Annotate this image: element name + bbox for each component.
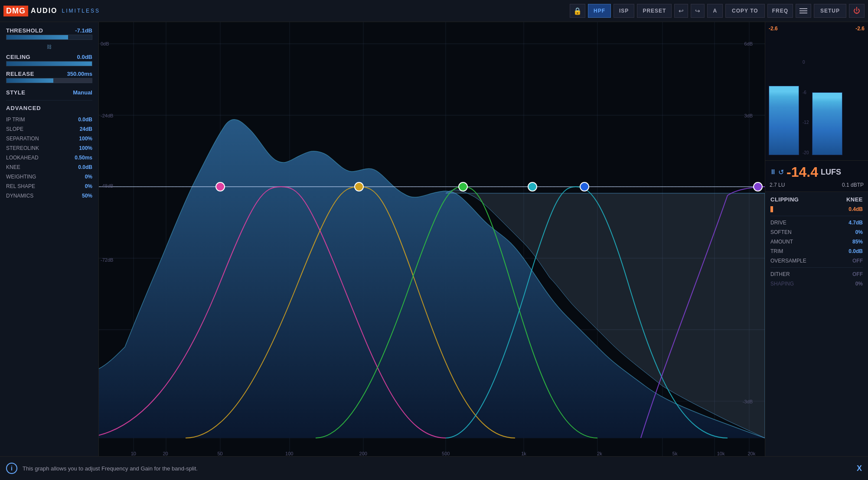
dither-value: OFF [852,271,863,277]
redo-button[interactable]: ↪ [691,4,705,18]
power-button[interactable]: ⏻ [849,4,865,18]
link-icon: ⛓ [6,44,92,49]
meters-area: -2.6 -2.6 0 -6 -12 -20 [765,22,868,161]
loudness-sub: 2.7 LU 0.1 dBTP [770,182,864,188]
pause-icon: ⏸ [770,168,777,176]
shaping-row: SHAPING 0% [770,281,863,287]
threshold-value: -7.1dB [75,27,92,34]
lookahead-value: 0.50ms [75,155,92,161]
advanced-title: ADVANCED [6,105,92,111]
freq-button[interactable]: FREQ [767,4,793,18]
db-label-right-6: 6dB [744,41,753,46]
trim-value: 0.0dB [848,248,863,254]
soften-value: 0% [855,229,863,235]
ceiling-value: 0.0dB [77,54,92,60]
db-label-72: -72dB [101,257,113,263]
lookahead-row: LOOKAHEAD 0.50ms [6,155,92,161]
copy-to-button[interactable]: COPY TO [725,4,765,18]
style-value[interactable]: Manual [73,89,92,96]
loudness-main: ⏸ ↺ -14.4 LUFS [770,164,864,180]
clipping-value-row: 0.4dB [770,206,863,212]
logo-audio: AUDIO [31,7,58,15]
freq-10: 10 [131,451,136,456]
trim-label: TRIM [770,248,783,254]
db-label-0: 0dB [101,41,109,46]
rel-shape-label: REL SHAPE [6,183,35,189]
freq-20: 20 [163,451,168,456]
clipping-section: CLIPPING KNEE [770,196,863,203]
a-button[interactable]: A [707,4,723,18]
amount-value: 85% [852,239,863,245]
right-panel: -2.6 -2.6 0 -6 -12 -20 [765,22,868,456]
freq-2k: 2k [597,451,602,456]
ceiling-slider[interactable] [6,61,92,66]
lu-label: 2.7 LU [770,182,785,188]
oversample-value: OFF [852,258,863,264]
clipping-label: CLIPPING [770,196,799,203]
left-panel: THRESHOLD -7.1dB ⛓ CEILING 0.0dB RELEASE… [0,22,99,456]
db-label-right-n3: -3dB [743,399,753,404]
menu-button[interactable] [796,4,811,18]
bottom-bar: i This graph allows you to adjust Freque… [0,456,868,480]
undo-button[interactable]: ↩ [674,4,688,18]
loudness-unit: LUFS [821,168,841,177]
clipping-value: 0.4dB [848,206,863,212]
oversample-label: OVERSAMPLE [770,258,806,264]
meter-top-row: -2.6 -2.6 [769,26,865,32]
threshold-slider[interactable] [6,35,92,40]
close-button[interactable]: X [857,464,862,473]
dbtp-label: 0.1 dBTP [842,182,864,188]
rel-shape-value: 0% [85,183,92,189]
weighting-row: WEIGHTING 0% [6,174,92,180]
db-label-right-3: 3dB [744,113,753,118]
ceiling-row: CEILING 0.0dB [6,54,92,60]
separation-value: 100% [79,136,92,142]
svg-point-24 [754,182,762,191]
soften-row: SOFTEN 0% [770,229,863,235]
freq-50: 50 [217,451,222,456]
separation-row: SEPARATION 100% [6,136,92,142]
amount-label: AMOUNT [770,239,793,245]
info-icon: i [6,463,17,474]
trim-row: TRIM 0.0dB [770,248,863,254]
freq-20k: 20k [747,451,755,456]
knee-label: KNEE [6,164,20,170]
shaping-label: SHAPING [770,281,794,287]
svg-point-19 [216,182,225,191]
weighting-label: WEIGHTING [6,174,36,180]
isp-button[interactable]: ISP [613,4,634,18]
ceiling-label: CEILING [6,54,30,60]
freq-10k: 10k [717,451,725,456]
ip-trim-row: IP TRIM 0.0dB [6,117,92,123]
meter-right-label: -2.6 [855,26,865,32]
ip-trim-label: IP TRIM [6,117,25,123]
release-slider[interactable] [6,78,92,83]
db-label-48: -48dB [101,183,113,188]
oversample-row: OVERSAMPLE OFF [770,258,863,264]
loudness-area: ⏸ ↺ -14.4 LUFS 2.7 LU 0.1 dBTP [765,161,868,192]
setup-button[interactable]: SETUP [814,4,846,18]
threshold-label: THRESHOLD [6,27,43,34]
lock-button[interactable]: 🔒 [570,4,585,18]
drive-label: DRIVE [770,220,786,226]
right-params: CLIPPING KNEE 0.4dB DRIVE 4.7dB SOFTEN 0… [765,192,868,456]
svg-point-22 [528,182,537,191]
svg-point-23 [580,182,589,191]
spectrum-display[interactable]: 0dB -24dB -48dB -72dB 6dB 3dB -3dB 10 20… [99,22,765,456]
svg-point-21 [459,182,467,191]
knee-value: 0.0dB [78,164,92,170]
freq-200: 200 [359,451,367,456]
weighting-value: 0% [85,174,92,180]
rel-shape-row: REL SHAPE 0% [6,183,92,189]
release-value: 350.00ms [67,71,92,77]
hpf-button[interactable]: HPF [588,4,611,18]
threshold-row: THRESHOLD -7.1dB [6,27,92,34]
meter-left-label: -2.6 [769,26,778,32]
stereolink-label: STEREOLINK [6,145,39,151]
release-label: RELEASE [6,71,34,77]
slope-label: SLOPE [6,126,23,132]
loudness-icons: ⏸ ↺ [770,168,784,176]
main-area: THRESHOLD -7.1dB ⛓ CEILING 0.0dB RELEASE… [0,22,868,456]
freq-500: 500 [442,451,450,456]
preset-button[interactable]: PRESET [637,4,672,18]
